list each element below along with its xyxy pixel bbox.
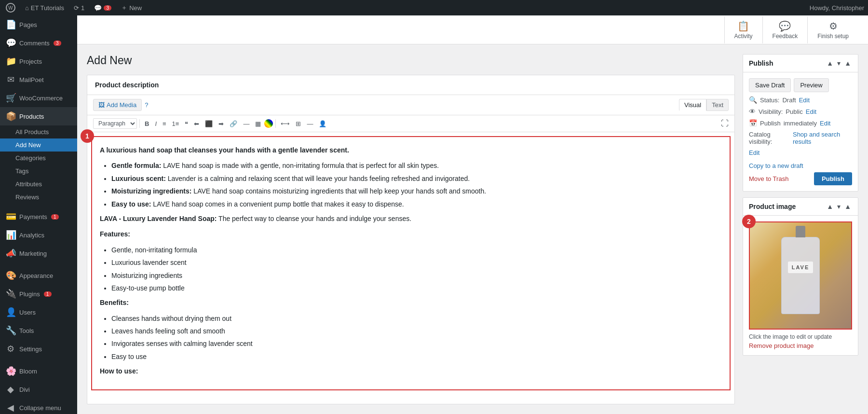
feature-4: Easy-to-use pump bottle	[111, 283, 722, 293]
toolbar-activity[interactable]: 📋 Activity	[724, 16, 762, 43]
site-name-item[interactable]: ⌂ ET Tutorials	[23, 4, 66, 12]
product-image-panel-header: Product image ▲ ▾ ▲	[743, 198, 858, 216]
align-left-button[interactable]: ⬅	[191, 119, 202, 129]
sidebar-item-comments[interactable]: 💬 Comments 3	[0, 34, 77, 52]
sidebar-item-payments[interactable]: 💳 Payments 1	[0, 207, 77, 226]
sidebar-item-appearance[interactable]: 🎨 Appearance	[0, 266, 77, 285]
sidebar-item-add-new[interactable]: Add New	[0, 138, 77, 152]
product-image-container[interactable]: LAVE	[749, 221, 852, 330]
bold-button[interactable]: B	[142, 119, 151, 129]
sidebar-item-bloom[interactable]: 🌸 Bloom	[0, 362, 77, 380]
paragraph-dropdown[interactable]: Paragraph	[93, 118, 137, 129]
blockquote-button[interactable]: ❝	[182, 119, 190, 129]
sidebar-item-mailpoet[interactable]: ✉ MailPoet	[0, 70, 77, 89]
toolbar-feedback[interactable]: 💬 Feedback	[762, 16, 808, 43]
product-image-up-btn[interactable]: ▲	[826, 202, 834, 211]
calendar-icon: 📅	[749, 119, 757, 127]
sidebar-item-marketing[interactable]: 📣 Marketing	[0, 244, 77, 262]
italic-button[interactable]: I	[152, 119, 159, 129]
align-center-button[interactable]: ⬛	[203, 119, 215, 129]
sidebar-label-products: Products	[19, 113, 44, 120]
product-image-placeholder[interactable]: LAVE	[750, 222, 851, 329]
sidebar-item-projects[interactable]: 📁 Projects	[0, 52, 77, 70]
table-button[interactable]: ▦	[253, 119, 263, 129]
sidebar-item-categories[interactable]: Categories	[0, 152, 77, 165]
intro-strong: A luxurious hand soap that cleanses your…	[100, 146, 349, 154]
publish-date-edit-link[interactable]: Edit	[820, 120, 830, 127]
sidebar-item-collapse[interactable]: ◀ Collapse menu	[0, 399, 77, 414]
publish-button[interactable]: Publish	[814, 172, 852, 185]
sidebar-item-pages[interactable]: 📄 Pages	[0, 15, 77, 34]
plugins-badge: 1	[44, 291, 52, 297]
remove-product-image-link[interactable]: Remove product image	[749, 342, 814, 349]
users-icon: 👤	[6, 307, 15, 317]
visibility-value: Public	[786, 108, 802, 115]
sidebar-item-settings[interactable]: ⚙ Settings	[0, 340, 77, 358]
comments-item[interactable]: 💬 3	[92, 4, 113, 12]
visibility-label: Visibility:	[759, 108, 783, 115]
move-to-trash-link[interactable]: Move to Trash	[749, 175, 788, 182]
color-button[interactable]	[264, 119, 273, 128]
toolbar-finish-setup[interactable]: ⚙ Finish setup	[807, 16, 858, 43]
publish-panel-up-btn[interactable]: ▲	[826, 58, 834, 68]
sidebar-item-users[interactable]: 👤 Users	[0, 303, 77, 321]
list-item-2: Luxurious scent: Lavender is a calming a…	[111, 173, 722, 184]
divider-button[interactable]: —	[304, 119, 315, 129]
sidebar-item-attributes[interactable]: Attributes	[0, 178, 77, 191]
editor-content[interactable]: A luxurious hand soap that cleanses your…	[91, 136, 731, 390]
new-item[interactable]: ＋ New	[119, 3, 144, 12]
status-edit-link[interactable]: Edit	[799, 97, 810, 104]
sidebar-item-woocommerce[interactable]: 🛒 WooCommerce	[0, 89, 77, 107]
align-right-button[interactable]: ➡	[216, 119, 226, 129]
add-media-button[interactable]: 🖼 Add Media	[93, 99, 142, 111]
wp-logo-item[interactable]: W	[4, 3, 17, 13]
collapse-icon: ◀	[6, 402, 15, 413]
sidebar-item-products[interactable]: 📦 Products	[0, 107, 77, 125]
publish-panel-header: Publish ▲ ▾ ▲	[743, 55, 858, 72]
product-image-close-btn[interactable]: ▲	[843, 202, 852, 211]
visual-tab[interactable]: Visual	[679, 99, 706, 111]
publish-panel-close-btn[interactable]: ▲	[843, 58, 852, 68]
sidebar-item-plugins[interactable]: 🔌 Plugins 1	[0, 285, 77, 303]
sidebar-item-analytics[interactable]: 📊 Analytics	[0, 226, 77, 244]
sidebar-item-tags[interactable]: Tags	[0, 165, 77, 178]
bottle-label: LAVE	[788, 262, 814, 273]
text-tab[interactable]: Text	[706, 99, 729, 111]
unordered-list-button[interactable]: ≡	[160, 119, 169, 129]
features-list-1: Gentle formula: LAVE hand soap is made w…	[111, 160, 722, 209]
help-icon[interactable]: ?	[145, 101, 148, 109]
sidebar-label-all-products: All Products	[15, 128, 49, 136]
sidebar-item-divi[interactable]: ◆ Divi	[0, 380, 77, 399]
insert-more-button[interactable]: —	[241, 119, 252, 129]
product-image-chevron-btn[interactable]: ▾	[836, 202, 841, 211]
tagline-text: LAVA - Luxury Lavender Hand Soap: The pe…	[100, 213, 722, 224]
expand-button[interactable]: ⛶	[721, 119, 729, 128]
visibility-edit-link[interactable]: Edit	[806, 108, 816, 115]
preview-button[interactable]: Preview	[794, 78, 828, 92]
sidebar-item-tools[interactable]: 🔧 Tools	[0, 321, 77, 340]
person-button[interactable]: 👤	[316, 119, 329, 129]
link-button[interactable]: 🔗	[227, 119, 240, 129]
ordered-list-button[interactable]: 1≡	[170, 119, 182, 129]
comments-icon: 💬	[94, 4, 102, 12]
publish-panel-chevron-btn[interactable]: ▾	[836, 58, 841, 68]
status-icon: 🔍	[749, 96, 757, 104]
editor-box: Product description 🖼 Add Media ? Visual…	[87, 75, 735, 404]
content-area: Add New Product description 🖼 Add Media …	[77, 44, 868, 414]
save-draft-button[interactable]: Save Draft	[749, 78, 791, 92]
updates-item[interactable]: ⟳ 1	[72, 4, 86, 12]
columns-button[interactable]: ⊞	[293, 119, 303, 129]
sidebar-item-reviews[interactable]: Reviews	[0, 191, 77, 204]
sidebar-item-all-products[interactable]: All Products	[0, 125, 77, 138]
catalog-edit-link[interactable]: Edit	[749, 149, 760, 156]
benefits-list: Cleanses hands without drying them out L…	[111, 313, 722, 362]
sidebar-label-collapse: Collapse menu	[19, 404, 61, 412]
toolbar-activity-label: Activity	[734, 33, 753, 40]
settings-icon: ⚙	[6, 344, 15, 354]
catalog-value[interactable]: Shop and search results	[793, 131, 852, 145]
copy-draft-link[interactable]: Copy to a new draft	[749, 162, 852, 169]
sidebar-label-categories: Categories	[15, 154, 46, 162]
indent-button[interactable]: ⟷	[278, 119, 292, 129]
features-heading: Features:	[100, 229, 722, 239]
publish-label: Publish	[760, 120, 781, 127]
